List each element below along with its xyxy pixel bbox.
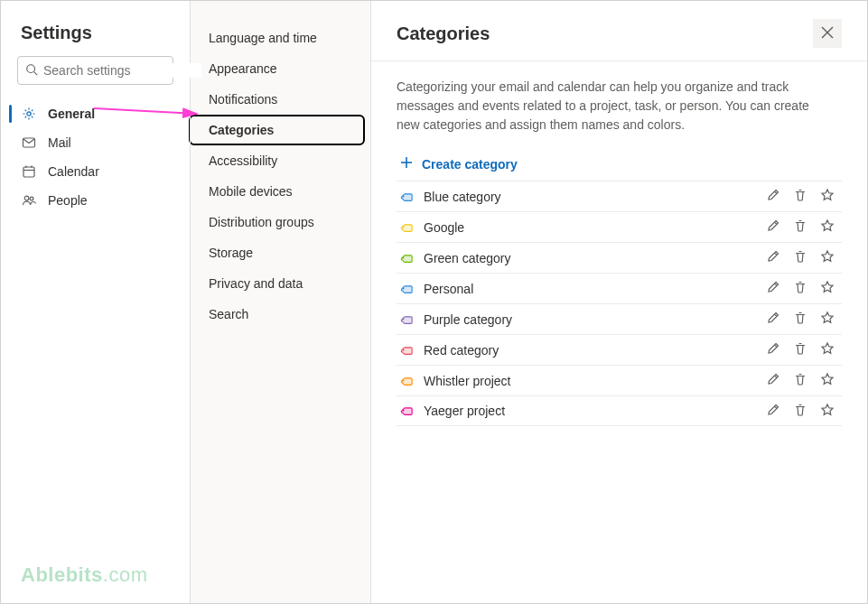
svg-point-2 — [27, 112, 31, 116]
sidebar-item-label: Mail — [48, 135, 71, 150]
sidebar-item-people[interactable]: People — [1, 186, 190, 215]
search-input[interactable] — [43, 63, 201, 78]
gear-icon — [21, 107, 37, 121]
subnav-item-label: Language and time — [209, 31, 317, 45]
category-label: Red category — [424, 343, 757, 358]
page-description: Categorizing your email and calendar can… — [397, 78, 830, 135]
tag-icon — [400, 343, 415, 358]
favorite-button[interactable] — [820, 280, 835, 297]
category-label: Personal — [424, 282, 757, 296]
subnav-item-label: Storage — [209, 246, 253, 260]
pencil-icon — [766, 341, 780, 358]
pencil-icon — [766, 372, 780, 389]
subnav-item[interactable]: Appearance — [191, 53, 370, 84]
trash-icon — [793, 311, 807, 328]
favorite-button[interactable] — [820, 249, 835, 266]
star-icon — [820, 249, 835, 266]
star-icon — [820, 218, 835, 236]
category-row: Yaeger project — [397, 395, 842, 426]
delete-button[interactable] — [793, 341, 807, 358]
edit-button[interactable] — [766, 311, 780, 328]
category-label: Yaeger project — [424, 404, 757, 418]
page-title: Categories — [397, 23, 490, 44]
subnav-item[interactable]: Mobile devices — [191, 176, 370, 207]
favorite-button[interactable] — [820, 403, 835, 420]
star-icon — [820, 403, 835, 420]
sidebar-item-mail[interactable]: Mail — [1, 128, 190, 157]
pencil-icon — [766, 311, 780, 328]
subnav-item-label: Search — [209, 307, 248, 321]
subnav-item[interactable]: Language and time — [191, 23, 370, 53]
sidebar-item-calendar[interactable]: Calendar — [1, 157, 190, 186]
trash-icon — [793, 249, 807, 266]
search-box[interactable] — [17, 56, 173, 85]
delete-button[interactable] — [793, 280, 807, 297]
tag-icon — [400, 312, 415, 327]
favorite-button[interactable] — [820, 341, 835, 358]
pencil-icon — [766, 188, 780, 205]
star-icon — [820, 280, 835, 297]
subnav-item-label: Mobile devices — [209, 184, 293, 199]
edit-button[interactable] — [766, 372, 780, 389]
edit-button[interactable] — [766, 218, 780, 236]
edit-button[interactable] — [766, 188, 780, 205]
category-label: Google — [424, 220, 757, 235]
trash-icon — [793, 403, 807, 420]
tag-icon — [400, 374, 415, 388]
sidebar-item-general[interactable]: General — [1, 99, 190, 128]
subnav-item-label: Categories — [209, 123, 274, 137]
delete-button[interactable] — [793, 249, 807, 266]
star-icon — [820, 341, 835, 358]
edit-button[interactable] — [766, 249, 780, 266]
sidebar-item-label: People — [48, 193, 88, 208]
favorite-button[interactable] — [820, 372, 835, 389]
trash-icon — [793, 280, 807, 297]
edit-button[interactable] — [766, 403, 780, 420]
category-row: Red category — [397, 334, 842, 365]
sidebar-item-label: Calendar — [48, 164, 99, 179]
subnav-item-label: Notifications — [209, 92, 277, 107]
close-button[interactable] — [813, 19, 842, 48]
subnav-item[interactable]: Distribution groups — [191, 207, 370, 237]
delete-button[interactable] — [793, 403, 807, 420]
svg-line-1 — [34, 71, 38, 75]
create-category-label: Create category — [422, 157, 518, 172]
tag-icon — [400, 190, 415, 204]
sidebar-secondary: Language and timeAppearanceNotifications… — [191, 1, 371, 603]
category-row: Personal — [397, 273, 842, 303]
favorite-button[interactable] — [820, 311, 835, 328]
pencil-icon — [766, 403, 780, 420]
calendar-icon — [21, 164, 37, 179]
search-icon — [25, 63, 38, 79]
subnav-item[interactable]: Accessibility — [191, 145, 370, 176]
subnav-item-label: Appearance — [209, 61, 277, 76]
svg-point-8 — [24, 196, 29, 200]
subnav-item[interactable]: Categories — [189, 115, 365, 145]
plus-icon — [400, 156, 413, 172]
category-label: Blue category — [424, 190, 757, 204]
favorite-button[interactable] — [820, 188, 835, 205]
subnav-item[interactable]: Search — [191, 299, 370, 330]
subnav-item[interactable]: Notifications — [191, 84, 370, 115]
delete-button[interactable] — [793, 311, 807, 328]
subnav-item[interactable]: Privacy and data — [191, 268, 370, 299]
svg-rect-4 — [23, 167, 34, 177]
trash-icon — [793, 188, 807, 205]
pencil-icon — [766, 218, 780, 236]
tag-icon — [400, 220, 415, 235]
favorite-button[interactable] — [820, 218, 835, 236]
create-category-button[interactable]: Create category — [397, 151, 842, 181]
trash-icon — [793, 218, 807, 236]
delete-button[interactable] — [793, 372, 807, 389]
delete-button[interactable] — [793, 188, 807, 205]
svg-point-9 — [30, 197, 33, 200]
subnav-item[interactable]: Storage — [191, 237, 370, 268]
category-row: Google — [397, 211, 842, 242]
delete-button[interactable] — [793, 218, 807, 236]
category-row: Purple category — [397, 303, 842, 334]
edit-button[interactable] — [766, 341, 780, 358]
svg-point-0 — [27, 64, 35, 72]
subnav-item-label: Distribution groups — [209, 215, 314, 229]
sidebar-item-label: General — [48, 107, 95, 121]
edit-button[interactable] — [766, 280, 780, 297]
